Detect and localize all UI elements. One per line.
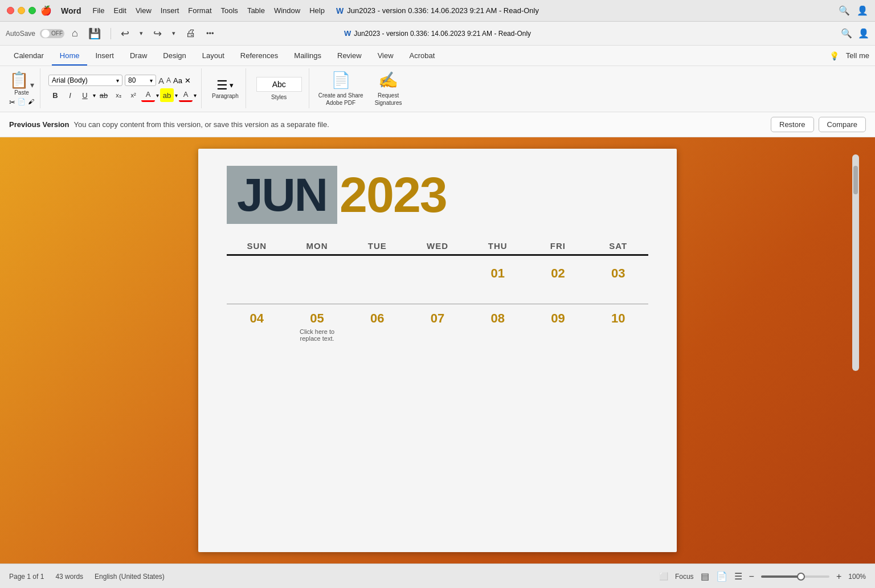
menu-help[interactable]: Help (309, 6, 325, 15)
font-color-dropdown[interactable]: ▾ (156, 92, 159, 99)
redo-button[interactable]: ↪ (150, 26, 165, 41)
size-dropdown-icon[interactable]: ▾ (150, 77, 153, 84)
cut-icon[interactable]: ✂ (9, 98, 15, 107)
tab-references[interactable]: References (232, 47, 286, 66)
scrollbar[interactable] (852, 154, 859, 371)
paste-group: 📋 ▾ Paste ✂ 📄 🖌 (6, 68, 40, 108)
format-painter-icon[interactable]: 🖌 (28, 98, 34, 107)
menu-edit[interactable]: Edit (113, 6, 126, 15)
redo-dropdown[interactable]: ▾ (169, 28, 178, 38)
tab-design[interactable]: Design (155, 47, 194, 66)
styles-preview[interactable]: Abc (256, 77, 302, 92)
zoom-slider[interactable] (761, 575, 829, 578)
week-1: 01 02 03 (227, 262, 648, 301)
menu-tools[interactable]: Tools (221, 6, 238, 15)
more-button[interactable]: ••• (203, 28, 217, 39)
ribbon-content: 📋 ▾ Paste ✂ 📄 🖌 Arial (Body) ▾ 80 ▾ (0, 66, 875, 112)
tab-mailings[interactable]: Mailings (286, 47, 329, 66)
undo-button[interactable]: ↩ (118, 26, 132, 41)
title-bar-right: 🔍 👤 (839, 5, 868, 16)
paragraph-dropdown-icon[interactable]: ▾ (230, 81, 234, 89)
minimize-button[interactable] (18, 7, 25, 14)
font-dropdown-icon[interactable]: ▾ (116, 77, 119, 84)
subscript-button[interactable]: x₂ (112, 88, 125, 102)
bold-button[interactable]: B (48, 88, 62, 102)
view-mode-icon-2[interactable]: 📄 (716, 571, 727, 582)
view-mode-icon-1[interactable]: ▤ (701, 571, 709, 582)
request-signatures-button[interactable]: ✍ RequestSignatures (375, 71, 402, 107)
tell-me-icon[interactable]: 💡 (829, 51, 839, 60)
focus-label[interactable]: Focus (675, 573, 694, 581)
zoom-in-icon[interactable]: + (836, 571, 841, 582)
tab-insert[interactable]: Insert (87, 47, 122, 66)
search-icon[interactable]: 🔍 (839, 5, 850, 16)
paragraph-icon[interactable]: ☰ (216, 78, 228, 93)
scrollbar-thumb[interactable] (853, 166, 858, 194)
highlight-dropdown[interactable]: ▾ (175, 92, 178, 99)
tab-calendar[interactable]: Calendar (6, 47, 52, 66)
font-color-button[interactable]: A (141, 88, 155, 102)
undo-dropdown[interactable]: ▾ (137, 28, 146, 38)
clear-format-icon[interactable]: ✕ (185, 76, 191, 85)
week2-mon-note[interactable]: Click here toreplace text. (289, 328, 345, 342)
highlight-button[interactable]: ab (160, 88, 174, 102)
font-grow-button[interactable]: A (158, 76, 164, 85)
view-mode-icon-3[interactable]: ☰ (734, 571, 742, 582)
main-area: JUN 2023 SUN MON TUE WED THU FRI SAT 01 (0, 137, 875, 564)
share-icon[interactable]: 👤 (857, 5, 868, 16)
day-fri: FRI (528, 241, 588, 251)
font-case-icon[interactable]: Aa (173, 76, 182, 85)
text-color-dropdown[interactable]: ▾ (194, 92, 197, 99)
font-group: Arial (Body) ▾ 80 ▾ A A Aa ✕ B I U ▾ ab … (44, 68, 202, 108)
print-button[interactable]: 🖨 (183, 26, 199, 40)
strikethrough-button[interactable]: ab (97, 88, 111, 102)
underline-dropdown[interactable]: ▾ (93, 92, 96, 99)
maximize-button[interactable] (28, 7, 36, 14)
tell-me-label[interactable]: Tell me (846, 51, 869, 60)
compare-button[interactable]: Compare (819, 117, 866, 132)
menu-format[interactable]: Format (188, 6, 211, 15)
day-tue: TUE (347, 241, 407, 251)
italic-button[interactable]: I (63, 88, 77, 102)
week1-mon (287, 262, 347, 301)
font-shrink-button[interactable]: A (166, 76, 171, 84)
week2-fri: 09 (528, 307, 588, 346)
paragraph-icon-row: ☰ ▾ (216, 78, 234, 93)
tab-layout[interactable]: Layout (194, 47, 232, 66)
save-icon[interactable]: 💾 (85, 26, 104, 41)
toolbar-center: W Jun2023 - version 0.336: 14.06.2023 9:… (344, 29, 531, 38)
autosave-toggle[interactable]: OFF (40, 29, 64, 38)
tab-acrobat[interactable]: Acrobat (402, 47, 443, 66)
home-icon[interactable]: ⌂ (69, 26, 81, 40)
paste-dropdown-icon[interactable]: ▾ (30, 80, 34, 89)
paste-button[interactable]: 📋 ▾ Paste (9, 71, 34, 96)
ribbon-tab-right: 💡 Tell me (829, 51, 869, 60)
menu-view[interactable]: View (136, 6, 152, 15)
superscript-button[interactable]: x² (126, 88, 140, 102)
zoom-knob[interactable] (797, 573, 805, 581)
menu-table[interactable]: Table (247, 6, 265, 15)
search-icon-toolbar[interactable]: 🔍 (841, 28, 852, 39)
previous-version-actions: Restore Compare (771, 117, 866, 132)
create-share-adobe-button[interactable]: 📄 Create and ShareAdobe PDF (318, 71, 363, 107)
week1-wed (407, 262, 468, 301)
close-button[interactable] (7, 7, 14, 14)
focus-icon[interactable]: ⬜ (659, 572, 668, 581)
copy-icon[interactable]: 📄 (18, 98, 26, 107)
font-selector[interactable]: Arial (Body) ▾ (48, 75, 122, 86)
restore-button[interactable]: Restore (771, 117, 814, 132)
week2-sun: 04 (227, 307, 287, 346)
tab-view[interactable]: View (370, 47, 402, 66)
zoom-out-icon[interactable]: − (749, 571, 754, 582)
tab-draw[interactable]: Draw (122, 47, 155, 66)
menu-insert[interactable]: Insert (161, 6, 179, 15)
tab-home[interactable]: Home (52, 47, 88, 66)
menu-window[interactable]: Window (274, 6, 300, 15)
tab-review[interactable]: Review (329, 47, 370, 66)
toolbar-doc-title: Jun2023 - version 0.336: 14.06.2023 9:21… (354, 30, 531, 38)
menu-file[interactable]: File (93, 6, 105, 15)
text-color-button[interactable]: A (179, 88, 193, 102)
share-icon-toolbar[interactable]: 👤 (858, 28, 869, 39)
font-size-selector[interactable]: 80 ▾ (125, 75, 156, 86)
underline-button[interactable]: U (78, 88, 92, 102)
